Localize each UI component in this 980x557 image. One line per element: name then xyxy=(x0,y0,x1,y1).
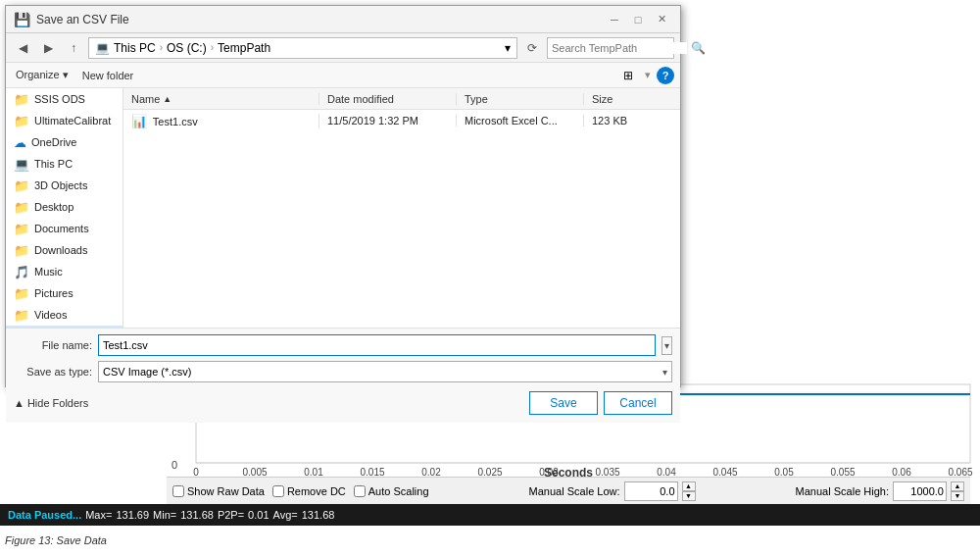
col-header-size[interactable]: Size xyxy=(584,93,662,105)
refresh-button[interactable]: ⟳ xyxy=(521,37,543,59)
view-dropdown-arrow: ▾ xyxy=(645,69,651,81)
manual-scale-high-spinner[interactable]: ▲ ▼ xyxy=(951,481,964,501)
sidebar-label-3d-objects: 3D Objects xyxy=(34,179,87,191)
sidebar-item-downloads[interactable]: 📁 Downloads xyxy=(6,239,122,261)
remove-dc-group: Remove DC xyxy=(272,485,346,497)
show-raw-data-checkbox[interactable] xyxy=(172,485,184,497)
sort-icon: ▲ xyxy=(163,94,172,104)
minimize-button[interactable]: ─ xyxy=(604,11,625,28)
folder-icon: 📁 xyxy=(14,243,29,258)
show-raw-data-label: Show Raw Data xyxy=(187,485,265,497)
breadcrumb-pc-icon: 💻 xyxy=(95,41,110,55)
svg-text:0: 0 xyxy=(193,467,199,476)
status-avg-value: 131.68 xyxy=(302,509,335,521)
sidebar-item-desktop[interactable]: 📁 Desktop xyxy=(6,196,122,218)
maximize-button[interactable]: □ xyxy=(627,11,649,28)
up-button[interactable]: ↑ xyxy=(63,37,84,59)
manual-scale-high-label: Manual Scale High: xyxy=(796,485,889,497)
help-button[interactable]: ? xyxy=(657,67,674,84)
remove-dc-checkbox[interactable] xyxy=(272,485,284,497)
breadcrumb-arrow-1: › xyxy=(160,42,163,53)
sidebar-label-onedrive: OneDrive xyxy=(31,136,76,148)
search-icon: 🔍 xyxy=(691,41,706,55)
organize-button[interactable]: Organize ▾ xyxy=(12,66,73,85)
sidebar-item-3d-objects[interactable]: 📁 3D Objects xyxy=(6,175,122,196)
file-type-cell: Microsoft Excel C... xyxy=(457,115,584,127)
svg-text:0.065: 0.065 xyxy=(948,467,972,476)
dialog-content: 📁 SSIS ODS 📁 UltimateCalibrat ☁ OneDrive… xyxy=(6,88,680,328)
hide-folders-button[interactable]: ▲ Hide Folders xyxy=(14,397,88,409)
save-dialog: 💾 Save an CSV File ─ □ ✕ ◀ ▶ ↑ 💻 This PC… xyxy=(5,5,681,387)
auto-scaling-label: Auto Scaling xyxy=(368,485,429,497)
file-list-area: Name ▲ Date modified Type Size 📊 Test1 xyxy=(123,88,680,328)
filename-row: File name: ▾ xyxy=(14,334,672,356)
status-p2p-label: P2P= xyxy=(218,509,244,521)
svg-text:0: 0 xyxy=(172,459,177,471)
manual-scale-low-label: Manual Scale Low: xyxy=(529,485,620,497)
close-button[interactable]: ✕ xyxy=(651,11,672,28)
manual-scale-low-input[interactable] xyxy=(624,481,678,501)
filename-input[interactable] xyxy=(98,334,656,356)
auto-scaling-group: Auto Scaling xyxy=(354,485,429,497)
dialog-title: 💾 Save an CSV File xyxy=(14,12,129,27)
sidebar-label-ssis-ods: SSIS ODS xyxy=(34,93,85,105)
filetype-dropdown[interactable]: CSV Image (*.csv) ▾ xyxy=(98,361,672,382)
view-toggle-button[interactable]: ⊞ xyxy=(617,66,639,85)
file-date-cell: 11/5/2019 1:32 PM xyxy=(319,115,457,127)
chevron-up-icon: ▲ xyxy=(14,397,24,409)
folder-icon: 📁 xyxy=(14,178,29,193)
svg-text:0.015: 0.015 xyxy=(360,467,384,476)
breadcrumb-this-pc: This PC xyxy=(114,41,156,55)
auto-scaling-checkbox[interactable] xyxy=(354,485,366,497)
search-input[interactable] xyxy=(552,42,687,54)
forward-button[interactable]: ▶ xyxy=(37,37,59,59)
sidebar-item-onedrive[interactable]: ☁ OneDrive xyxy=(6,131,122,153)
svg-text:0.02: 0.02 xyxy=(421,467,441,476)
manual-scale-high-group: Manual Scale High: ▲ ▼ xyxy=(796,481,964,501)
sidebar-item-pictures[interactable]: 📁 Pictures xyxy=(6,282,122,304)
status-paused: Data Paused... xyxy=(8,509,81,521)
file-size-cell: 123 KB xyxy=(584,115,662,127)
file-toolbar: Organize ▾ New folder ⊞ ▾ ? xyxy=(6,63,680,88)
status-p2p-value: 0.01 xyxy=(248,509,269,521)
new-folder-button[interactable]: New folder xyxy=(78,66,138,85)
filetype-label: Save as type: xyxy=(14,366,92,378)
sidebar-label-pictures: Pictures xyxy=(34,287,74,299)
breadcrumb[interactable]: 💻 This PC › OS (C:) › TempPath ▾ xyxy=(88,37,517,59)
computer-icon: 💻 xyxy=(14,157,29,172)
sidebar-item-os-c[interactable]: 💿 OS (C:) xyxy=(6,326,122,328)
show-raw-data-group: Show Raw Data xyxy=(172,485,265,497)
col-header-date[interactable]: Date modified xyxy=(319,93,457,105)
sidebar-item-videos[interactable]: 📁 Videos xyxy=(6,304,122,326)
sidebar-item-this-pc[interactable]: 💻 This PC xyxy=(6,153,122,175)
search-box[interactable]: 🔍 xyxy=(547,37,674,59)
folder-icon: 📁 xyxy=(14,308,29,323)
save-button[interactable]: Save xyxy=(529,391,598,415)
back-button[interactable]: ◀ xyxy=(12,37,33,59)
col-header-type[interactable]: Type xyxy=(457,93,584,105)
cancel-button[interactable]: Cancel xyxy=(604,391,672,415)
sidebar-label-music: Music xyxy=(34,266,63,278)
svg-text:0.035: 0.035 xyxy=(595,467,619,476)
manual-scale-high-input[interactable] xyxy=(893,481,947,501)
manual-scale-low-group: Manual Scale Low: ▲ ▼ xyxy=(529,481,696,501)
status-max-value: 131.69 xyxy=(116,509,149,521)
sidebar-label-ultimate: UltimateCalibrat xyxy=(34,115,111,127)
sidebar-item-music[interactable]: 🎵 Music xyxy=(6,261,122,282)
status-avg-label: Avg= xyxy=(273,509,298,521)
sidebar-label-this-pc: This PC xyxy=(34,158,73,170)
sidebar-item-ssis-ods[interactable]: 📁 SSIS ODS xyxy=(6,88,122,110)
filename-label: File name: xyxy=(14,339,92,351)
sidebar-item-documents[interactable]: 📁 Documents xyxy=(6,218,122,239)
svg-text:0.055: 0.055 xyxy=(830,467,855,476)
col-header-name[interactable]: Name ▲ xyxy=(123,93,319,105)
svg-text:0.025: 0.025 xyxy=(477,467,502,476)
action-buttons: Save Cancel xyxy=(529,391,672,415)
status-bar: Data Paused... Max= 131.69 Min= 131.68 P… xyxy=(0,504,980,526)
breadcrumb-arrow-2: › xyxy=(211,42,214,53)
svg-text:0.06: 0.06 xyxy=(892,467,911,476)
sidebar-item-ultimate[interactable]: 📁 UltimateCalibrat xyxy=(6,110,122,131)
filename-dropdown-arrow: ▾ xyxy=(662,336,672,355)
manual-scale-low-spinner[interactable]: ▲ ▼ xyxy=(682,481,696,501)
table-row[interactable]: 📊 Test1.csv 11/5/2019 1:32 PM Microsoft … xyxy=(123,110,680,131)
